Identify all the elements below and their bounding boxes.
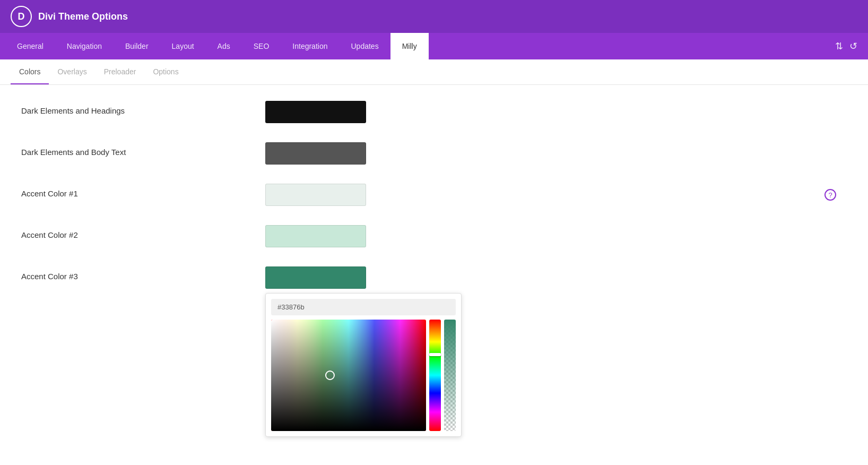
nav-item-integration[interactable]: Integration [281,33,339,59]
hue-slider[interactable] [429,320,441,431]
color-label-accent-1: Accent Color #1 [21,184,265,198]
tab-overlays[interactable]: Overlays [49,59,95,84]
nav-item-seo[interactable]: SEO [242,33,281,59]
color-label-dark-body: Dark Elements and Body Text [21,142,265,157]
hex-input[interactable]: #33876b [271,299,456,315]
color-label-accent-2: Accent Color #2 [21,225,265,239]
color-swatch-area-accent-2 [265,225,847,247]
app-title: Divi Theme Options [38,11,128,22]
color-swatch-accent-3[interactable] [265,266,366,289]
color-swatch-dark-body[interactable] [265,142,366,165]
color-row-accent-2: Accent Color #2 [21,225,847,247]
tab-preloader[interactable]: Preloader [96,59,145,84]
nav-item-ads[interactable]: Ads [206,33,242,59]
nav-right: ⇅ ↺ [835,33,863,59]
color-swatch-dark-headings[interactable] [265,101,366,123]
nav-item-milly[interactable]: Milly [390,33,429,59]
color-swatch-area-accent-3: #33876b [265,266,847,437]
help-icon[interactable]: ? [824,189,836,201]
app-logo: D Divi Theme Options [11,6,128,27]
color-row-dark-body: Dark Elements and Body Text [21,142,847,165]
color-swatch-accent-2[interactable] [265,225,366,247]
tab-options[interactable]: Options [144,59,187,84]
color-swatch-area-dark-headings [265,101,847,123]
sort-icon[interactable]: ⇅ [835,40,843,52]
sub-tabs: Colors Overlays Preloader Options [0,59,868,85]
main-content: Dark Elements and Headings Dark Elements… [0,85,868,465]
hue-slider-handle [429,353,441,356]
gradient-svg [271,320,426,431]
color-picker-popup: #33876b [265,293,462,437]
nav-items: General Navigation Builder Layout Ads SE… [5,33,835,59]
color-swatch-accent-1[interactable] [265,184,366,206]
color-picker-inner [271,320,456,431]
color-swatch-area-accent-1 [265,184,847,206]
color-row-dark-headings: Dark Elements and Headings [21,101,847,123]
color-label-dark-headings: Dark Elements and Headings [21,101,265,115]
nav-item-builder[interactable]: Builder [114,33,160,59]
nav-bar: General Navigation Builder Layout Ads SE… [0,33,868,59]
reset-icon[interactable]: ↺ [849,40,857,52]
tab-colors[interactable]: Colors [11,59,49,84]
color-row-accent-3: Accent Color #3 #33876b [21,266,847,437]
nav-item-general[interactable]: General [5,33,55,59]
color-row-accent-1: Accent Color #1 ? [21,184,847,206]
svg-rect-2 [271,320,426,431]
color-label-accent-3: Accent Color #3 [21,266,265,281]
nav-item-updates[interactable]: Updates [339,33,390,59]
color-gradient-canvas[interactable] [271,320,426,431]
nav-item-layout[interactable]: Layout [160,33,206,59]
nav-item-navigation[interactable]: Navigation [55,33,114,59]
alpha-slider[interactable] [444,320,456,431]
color-swatch-area-dark-body [265,142,847,165]
app-header: D Divi Theme Options [0,0,868,33]
logo-icon: D [11,6,32,27]
